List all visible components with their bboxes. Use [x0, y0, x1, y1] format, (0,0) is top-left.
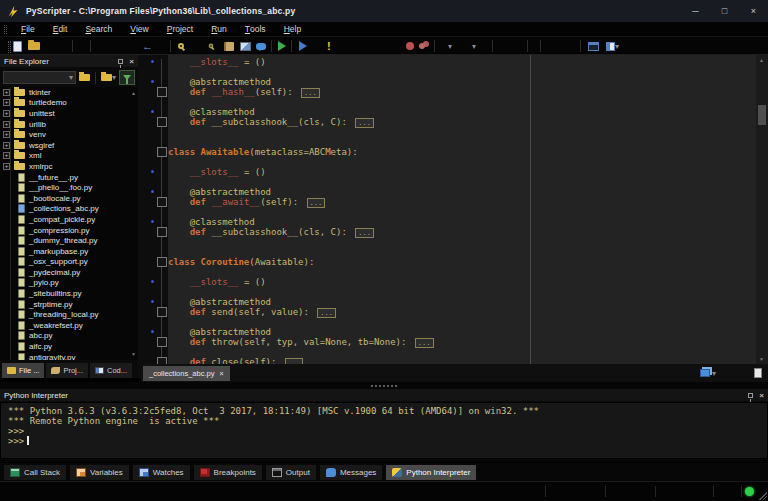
tree-item[interactable]: _compat_pickle.py	[0, 214, 138, 225]
tree-item[interactable]: __future__.py	[0, 172, 138, 183]
scrollbar-thumb[interactable]	[758, 105, 766, 125]
window-list-button[interactable]: ▾	[700, 369, 716, 378]
gutter-marker[interactable]	[141, 127, 168, 137]
editor-tab[interactable]: _collections_abc.py ×	[143, 366, 230, 381]
gutter-marker[interactable]	[141, 317, 168, 327]
code-line[interactable]	[141, 177, 756, 187]
tree-item[interactable]: + unittest	[0, 108, 138, 119]
search-button[interactable]	[178, 40, 184, 52]
gutter-marker[interactable]	[141, 157, 168, 167]
code-line[interactable]: + def __await__(self): ...	[141, 197, 756, 207]
expand-icon[interactable]: +	[3, 163, 10, 170]
run-to-cursor-button[interactable]: !	[327, 40, 331, 52]
gutter-marker[interactable]	[141, 97, 168, 107]
menu-item[interactable]: View	[121, 22, 157, 36]
debug-button[interactable]	[299, 40, 307, 52]
menu-item[interactable]: Search	[76, 22, 121, 36]
code-line[interactable]: + def throw(self, typ, val=None, tb=None…	[141, 337, 756, 347]
minimize-button[interactable]: ─	[681, 0, 710, 22]
gutter-marker[interactable]: -	[141, 147, 168, 157]
code-line[interactable]	[141, 237, 756, 247]
menu-item[interactable]: File	[12, 22, 44, 36]
tab-watches[interactable]: Watches	[133, 465, 190, 480]
code-line[interactable]: + def __subclasshook__(cls, C): ...	[141, 117, 756, 127]
tree-item[interactable]: + turtledemo	[0, 98, 138, 109]
gutter-marker[interactable]	[141, 297, 168, 307]
editor-vertical-scrollbar[interactable]: ▲ ▼	[756, 55, 768, 364]
tree-item[interactable]: + xml	[0, 151, 138, 162]
code-line[interactable]	[141, 97, 756, 107]
find-in-files-button[interactable]	[208, 40, 214, 52]
tree-item[interactable]: _compression.py	[0, 225, 138, 236]
gutter-marker[interactable]	[141, 177, 168, 187]
tab-variables[interactable]: Variables	[70, 465, 129, 480]
interpreter-console[interactable]: *** Python 3.6.3 (v3.6.3:2c5fed8, Oct 3 …	[0, 402, 768, 459]
expand-icon[interactable]: +	[3, 110, 10, 117]
gutter-marker[interactable]: +	[141, 337, 168, 347]
code-line[interactable]: + def __hash__(self): ...	[141, 87, 756, 97]
code-line[interactable]	[141, 127, 756, 137]
resize-grip[interactable]	[759, 492, 767, 500]
code-line[interactable]	[141, 267, 756, 277]
code-template-button[interactable]	[240, 40, 251, 52]
code-line[interactable]: + def __subclasshook__(cls, C): ...	[141, 227, 756, 237]
code-line[interactable]: __slots__ = ()	[141, 57, 756, 67]
code-editor[interactable]: __slots__ = () @abstractmethod + def __h…	[141, 55, 768, 364]
gutter-marker[interactable]	[141, 237, 168, 247]
gutter-marker[interactable]	[141, 187, 168, 197]
tree-item[interactable]: _collections_abc.py	[0, 204, 138, 215]
code-line[interactable]	[141, 137, 756, 147]
tree-item[interactable]: antigravity.py	[0, 352, 138, 360]
bookmarks-button[interactable]	[224, 40, 234, 52]
tab-messages[interactable]: Messages	[320, 465, 382, 480]
gutter-marker[interactable]: +	[141, 87, 168, 97]
menu-item[interactable]: Tools	[236, 22, 275, 36]
gutter-marker[interactable]	[141, 247, 168, 257]
pin-icon[interactable]	[748, 393, 753, 398]
code-line[interactable]: @classmethod	[141, 217, 756, 227]
gutter-marker[interactable]	[141, 347, 168, 357]
expand-icon[interactable]: +	[3, 152, 10, 159]
tab-code-explorer[interactable]: Cod...	[90, 363, 132, 378]
gutter-marker[interactable]: +	[141, 307, 168, 317]
code-line[interactable]: @abstractmethod	[141, 297, 756, 307]
favorites-button[interactable]: ▾	[98, 70, 119, 85]
menu-item[interactable]: Project	[158, 22, 202, 36]
comment-button[interactable]	[256, 40, 266, 52]
expand-icon[interactable]: +	[3, 89, 10, 96]
dropdown-button[interactable]: ▾	[448, 40, 452, 52]
tab-file-explorer[interactable]: File ...	[2, 363, 44, 378]
tree-item[interactable]: + wsgiref	[0, 140, 138, 151]
toolbar-grip[interactable]	[8, 41, 11, 53]
code-line[interactable]	[141, 287, 756, 297]
tree-item[interactable]: _weakrefset.py	[0, 320, 138, 331]
tab-output[interactable]: Output	[266, 465, 316, 480]
tab-python-interpreter[interactable]: Python Interpreter	[386, 465, 476, 480]
tree-item[interactable]: _threading_local.py	[0, 309, 138, 320]
tree-item[interactable]: + urllib	[0, 119, 138, 130]
tab-call-stack[interactable]: Call Stack	[4, 465, 66, 480]
close-tab-icon[interactable]: ×	[219, 370, 223, 377]
close-icon[interactable]: ×	[129, 57, 134, 66]
pin-icon[interactable]	[118, 59, 123, 64]
tab-breakpoints[interactable]: Breakpoints	[194, 465, 262, 480]
close-button[interactable]: ×	[739, 0, 768, 22]
tree-item[interactable]: _osx_support.py	[0, 257, 138, 268]
gutter-marker[interactable]	[141, 167, 168, 177]
gutter-marker[interactable]	[141, 327, 168, 337]
gutter-marker[interactable]: +	[141, 117, 168, 127]
tree-item[interactable]: _pydecimal.py	[0, 267, 138, 278]
toggle-breakpoint-button[interactable]	[406, 40, 414, 52]
tree-item[interactable]: _strptime.py	[0, 299, 138, 310]
gutter-marker[interactable]: +	[141, 197, 168, 207]
undo-button[interactable]: ←	[142, 40, 153, 52]
code-line[interactable]: __slots__ = ()	[141, 167, 756, 177]
tree-item[interactable]: + venv	[0, 129, 138, 140]
code-line[interactable]	[141, 207, 756, 217]
tree-item[interactable]: aifc.py	[0, 341, 138, 352]
windows-button[interactable]: ▾	[606, 40, 619, 52]
expand-icon[interactable]: +	[3, 131, 10, 138]
expand-icon[interactable]: +	[3, 99, 10, 106]
run-button[interactable]	[278, 40, 286, 52]
close-icon[interactable]: ×	[759, 391, 764, 400]
